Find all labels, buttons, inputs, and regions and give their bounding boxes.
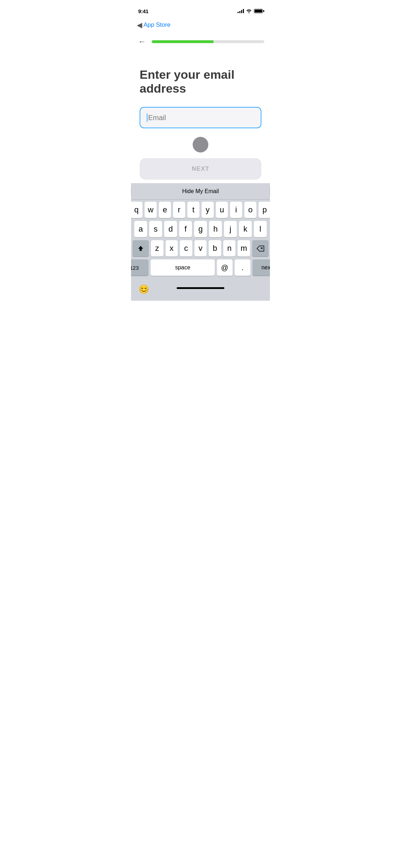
back-label: App Store xyxy=(144,21,171,29)
key-c[interactable]: c xyxy=(180,240,192,257)
key-i[interactable]: i xyxy=(230,202,242,218)
at-key[interactable]: @ xyxy=(217,259,233,276)
key-z[interactable]: z xyxy=(151,240,163,257)
keyboard: Hide My Email q w e r t y u i o p a s d … xyxy=(131,183,270,301)
numbers-key[interactable]: 123 xyxy=(131,259,149,276)
signal-icon xyxy=(238,9,244,13)
key-o[interactable]: o xyxy=(244,202,256,218)
keyboard-bottom-row: 😊 xyxy=(131,280,270,301)
emoji-button[interactable]: 😊 xyxy=(137,282,151,296)
nav-bar: ◀ App Store xyxy=(131,17,270,33)
keyboard-row-4: 123 space @ . next xyxy=(132,259,269,276)
status-icons xyxy=(238,9,263,13)
email-input[interactable] xyxy=(148,114,254,122)
key-q[interactable]: q xyxy=(131,202,142,218)
drag-circle xyxy=(193,137,208,153)
key-w[interactable]: w xyxy=(145,202,157,218)
key-a[interactable]: a xyxy=(134,221,147,237)
key-l[interactable]: l xyxy=(254,221,267,237)
space-key[interactable]: space xyxy=(151,259,215,276)
main-content: Enter your email address NEXT xyxy=(131,53,270,188)
key-g[interactable]: g xyxy=(194,221,207,237)
key-u[interactable]: u xyxy=(216,202,228,218)
key-b[interactable]: b xyxy=(209,240,221,257)
backspace-key[interactable] xyxy=(252,240,269,257)
hide-my-email-suggestion[interactable]: Hide My Email xyxy=(182,188,219,195)
keyboard-row-3: z x c v b n m xyxy=(132,240,269,257)
key-j[interactable]: j xyxy=(224,221,237,237)
next-button[interactable]: NEXT xyxy=(140,158,261,180)
progress-bar xyxy=(152,40,264,43)
suggestion-divider-left xyxy=(131,186,131,196)
shift-key[interactable] xyxy=(132,240,149,257)
key-f[interactable]: f xyxy=(179,221,192,237)
keyboard-row-2: a s d f g h j k l xyxy=(132,221,269,237)
key-x[interactable]: x xyxy=(166,240,178,257)
home-indicator xyxy=(177,287,224,289)
keyboard-row-1: q w e r t y u i o p xyxy=(132,202,269,218)
back-button[interactable]: ◀ App Store xyxy=(137,21,171,29)
key-p[interactable]: p xyxy=(259,202,270,218)
suggestion-divider-right xyxy=(270,186,270,196)
dot-key[interactable]: . xyxy=(235,259,250,276)
progress-bar-fill xyxy=(152,40,214,43)
wifi-icon xyxy=(246,9,252,13)
key-t[interactable]: t xyxy=(187,202,199,218)
status-bar: 9:41 xyxy=(131,0,270,17)
key-s[interactable]: s xyxy=(149,221,162,237)
key-n[interactable]: n xyxy=(223,240,236,257)
email-input-wrapper[interactable] xyxy=(140,107,261,128)
key-v[interactable]: v xyxy=(194,240,207,257)
key-k[interactable]: k xyxy=(239,221,252,237)
page-title: Enter your email address xyxy=(140,68,261,95)
next-key[interactable]: next xyxy=(252,259,270,276)
keyboard-suggestion-bar: Hide My Email xyxy=(131,183,270,200)
status-time: 9:41 xyxy=(138,8,149,14)
key-d[interactable]: d xyxy=(164,221,177,237)
key-m[interactable]: m xyxy=(238,240,250,257)
progress-back-icon[interactable]: ← xyxy=(137,36,147,48)
drag-handle xyxy=(140,137,261,153)
cursor-blink xyxy=(147,113,147,122)
key-y[interactable]: y xyxy=(202,202,214,218)
battery-icon xyxy=(254,9,263,13)
back-arrow-icon: ◀ xyxy=(137,21,142,29)
key-r[interactable]: r xyxy=(173,202,185,218)
keyboard-rows: q w e r t y u i o p a s d f g h j k l xyxy=(131,200,270,280)
key-e[interactable]: e xyxy=(159,202,171,218)
key-h[interactable]: h xyxy=(209,221,222,237)
progress-section: ← xyxy=(131,33,270,53)
